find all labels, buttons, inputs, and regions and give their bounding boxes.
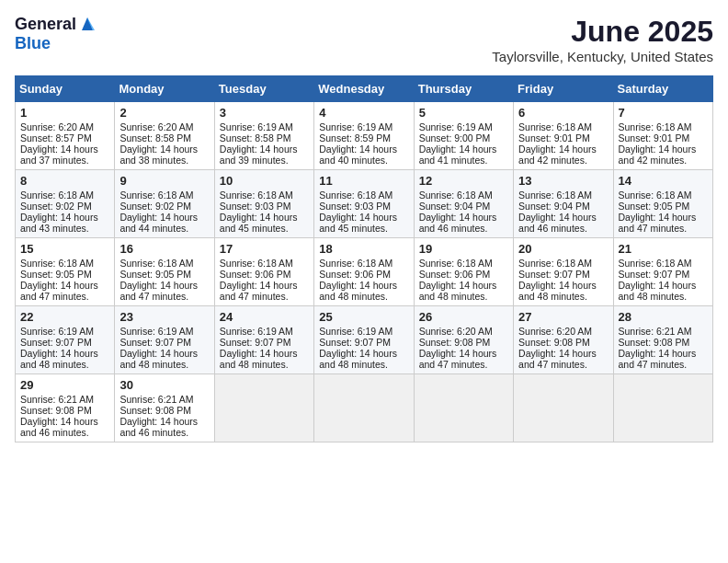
sunrise-text: Sunrise: 6:18 AM [119, 258, 209, 269]
sunrise-text: Sunrise: 6:18 AM [319, 258, 408, 269]
sunset-text: Sunset: 9:08 PM [119, 405, 209, 416]
daylight-text: Daylight: 14 hours and 46 minutes. [419, 212, 508, 234]
calendar-week-row: 29Sunrise: 6:21 AMSunset: 9:08 PMDayligh… [16, 374, 713, 442]
calendar-day-cell: 4Sunrise: 6:19 AMSunset: 8:59 PMDaylight… [314, 102, 414, 170]
daylight-text: Daylight: 14 hours and 48 minutes. [119, 348, 209, 370]
sunrise-text: Sunrise: 6:18 AM [419, 190, 508, 201]
month-title: June 2025 [492, 15, 713, 49]
daylight-text: Daylight: 14 hours and 37 minutes. [20, 144, 109, 166]
day-of-week-header: Saturday [613, 76, 712, 102]
calendar-day-cell: 10Sunrise: 6:18 AMSunset: 9:03 PMDayligh… [214, 170, 313, 238]
calendar-day-cell: 1Sunrise: 6:20 AMSunset: 8:57 PMDaylight… [16, 102, 115, 170]
day-number: 14 [619, 174, 708, 188]
sunset-text: Sunset: 9:05 PM [119, 269, 209, 280]
calendar-day-cell: 3Sunrise: 6:19 AMSunset: 8:58 PMDaylight… [214, 102, 313, 170]
calendar-title-section: June 2025 Taylorsville, Kentucky, United… [492, 15, 713, 64]
sunset-text: Sunset: 9:07 PM [119, 337, 209, 348]
daylight-text: Daylight: 14 hours and 46 minutes. [518, 212, 608, 234]
sunrise-text: Sunrise: 6:18 AM [20, 258, 109, 269]
daylight-text: Daylight: 14 hours and 47 minutes. [20, 280, 109, 302]
day-of-week-header: Thursday [414, 76, 513, 102]
sunrise-text: Sunrise: 6:18 AM [518, 258, 608, 269]
sunrise-text: Sunrise: 6:18 AM [619, 258, 708, 269]
sunrise-text: Sunrise: 6:18 AM [220, 258, 309, 269]
day-number: 6 [518, 106, 608, 120]
sunset-text: Sunset: 9:07 PM [518, 269, 608, 280]
sunset-text: Sunset: 8:58 PM [119, 132, 209, 144]
sunset-text: Sunset: 9:01 PM [518, 132, 608, 144]
daylight-text: Daylight: 14 hours and 47 minutes. [119, 280, 209, 302]
daylight-text: Daylight: 14 hours and 40 minutes. [319, 144, 408, 166]
daylight-text: Daylight: 14 hours and 45 minutes. [319, 212, 408, 234]
day-number: 10 [220, 174, 309, 188]
calendar-day-cell: 6Sunrise: 6:18 AMSunset: 9:01 PMDaylight… [514, 102, 613, 170]
daylight-text: Daylight: 14 hours and 47 minutes. [419, 348, 508, 370]
sunrise-text: Sunrise: 6:19 AM [419, 121, 508, 132]
sunset-text: Sunset: 9:07 PM [220, 337, 309, 348]
day-number: 26 [419, 310, 508, 324]
calendar-day-cell: 9Sunrise: 6:18 AMSunset: 9:02 PMDaylight… [115, 170, 214, 238]
sunrise-text: Sunrise: 6:19 AM [220, 121, 309, 132]
day-number: 13 [518, 174, 608, 188]
day-number: 20 [518, 242, 608, 256]
daylight-text: Daylight: 14 hours and 47 minutes. [619, 348, 708, 370]
calendar-day-cell [514, 374, 613, 442]
day-of-week-header: Tuesday [214, 76, 313, 102]
sunset-text: Sunset: 8:57 PM [20, 132, 109, 144]
calendar-day-cell: 2Sunrise: 6:20 AMSunset: 8:58 PMDaylight… [115, 102, 214, 170]
calendar-day-cell: 27Sunrise: 6:20 AMSunset: 9:08 PMDayligh… [514, 306, 613, 374]
sunset-text: Sunset: 9:03 PM [220, 201, 309, 212]
calendar-day-cell: 22Sunrise: 6:19 AMSunset: 9:07 PMDayligh… [16, 306, 115, 374]
calendar-day-cell [414, 374, 513, 442]
day-of-week-header: Wednesday [314, 76, 414, 102]
sunrise-text: Sunrise: 6:18 AM [119, 190, 209, 201]
sunset-text: Sunset: 9:07 PM [20, 337, 109, 348]
sunset-text: Sunset: 9:05 PM [20, 269, 109, 280]
calendar-day-cell [214, 374, 313, 442]
sunset-text: Sunset: 9:03 PM [319, 201, 408, 212]
sunrise-text: Sunrise: 6:18 AM [619, 121, 708, 132]
sunset-text: Sunset: 9:05 PM [619, 201, 708, 212]
sunset-text: Sunset: 9:07 PM [319, 337, 408, 348]
sunrise-text: Sunrise: 6:18 AM [220, 190, 309, 201]
calendar-table: SundayMondayTuesdayWednesdayThursdayFrid… [15, 75, 713, 442]
day-number: 11 [319, 174, 408, 188]
day-of-week-header: Friday [514, 76, 613, 102]
sunset-text: Sunset: 9:02 PM [119, 201, 209, 212]
sunrise-text: Sunrise: 6:18 AM [619, 190, 708, 201]
calendar-week-row: 8Sunrise: 6:18 AMSunset: 9:02 PMDaylight… [16, 170, 713, 238]
day-number: 24 [220, 310, 309, 324]
calendar-day-cell: 7Sunrise: 6:18 AMSunset: 9:01 PMDaylight… [613, 102, 712, 170]
svg-marker-0 [82, 17, 93, 30]
day-of-week-header: Sunday [16, 76, 115, 102]
daylight-text: Daylight: 14 hours and 48 minutes. [419, 280, 508, 302]
sunrise-text: Sunrise: 6:18 AM [419, 258, 508, 269]
sunset-text: Sunset: 9:04 PM [419, 201, 508, 212]
daylight-text: Daylight: 14 hours and 48 minutes. [619, 280, 708, 302]
day-number: 19 [419, 242, 508, 256]
location-title: Taylorsville, Kentucky, United States [492, 49, 713, 64]
calendar-day-cell: 12Sunrise: 6:18 AMSunset: 9:04 PMDayligh… [414, 170, 513, 238]
calendar-day-cell: 18Sunrise: 6:18 AMSunset: 9:06 PMDayligh… [314, 238, 414, 306]
day-number: 23 [119, 310, 209, 324]
sunset-text: Sunset: 9:08 PM [518, 337, 608, 348]
sunrise-text: Sunrise: 6:21 AM [119, 394, 209, 405]
sunrise-text: Sunrise: 6:19 AM [220, 326, 309, 337]
calendar-day-cell: 23Sunrise: 6:19 AMSunset: 9:07 PMDayligh… [115, 306, 214, 374]
sunset-text: Sunset: 8:58 PM [220, 132, 309, 144]
sunset-text: Sunset: 9:01 PM [619, 132, 708, 144]
calendar-day-cell: 11Sunrise: 6:18 AMSunset: 9:03 PMDayligh… [314, 170, 414, 238]
calendar-day-cell: 8Sunrise: 6:18 AMSunset: 9:02 PMDaylight… [16, 170, 115, 238]
calendar-day-cell: 5Sunrise: 6:19 AMSunset: 9:00 PMDaylight… [414, 102, 513, 170]
day-number: 15 [20, 242, 109, 256]
sunrise-text: Sunrise: 6:18 AM [319, 190, 408, 201]
calendar-day-cell: 25Sunrise: 6:19 AMSunset: 9:07 PMDayligh… [314, 306, 414, 374]
sunrise-text: Sunrise: 6:20 AM [119, 121, 209, 132]
calendar-day-cell: 19Sunrise: 6:18 AMSunset: 9:06 PMDayligh… [414, 238, 513, 306]
daylight-text: Daylight: 14 hours and 48 minutes. [518, 280, 608, 302]
sunset-text: Sunset: 9:08 PM [20, 405, 109, 416]
calendar-day-cell: 16Sunrise: 6:18 AMSunset: 9:05 PMDayligh… [115, 238, 214, 306]
daylight-text: Daylight: 14 hours and 38 minutes. [119, 144, 209, 166]
calendar-day-cell: 14Sunrise: 6:18 AMSunset: 9:05 PMDayligh… [613, 170, 712, 238]
daylight-text: Daylight: 14 hours and 45 minutes. [220, 212, 309, 234]
